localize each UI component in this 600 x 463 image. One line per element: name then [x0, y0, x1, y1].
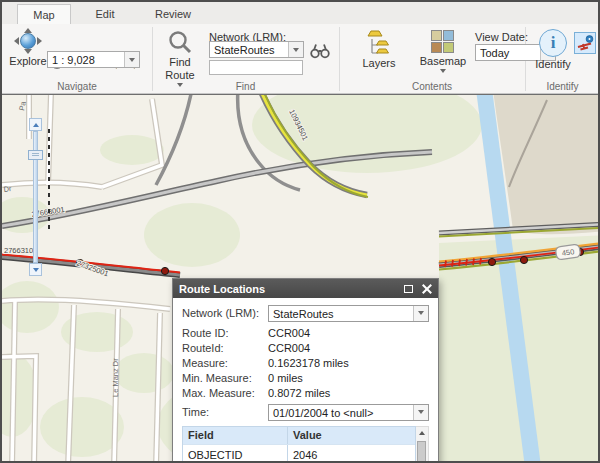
- network-lrm-dropdown-arrow[interactable]: [288, 42, 303, 57]
- min-measure-label: Min. Measure:: [182, 372, 268, 384]
- cell-value: 2046: [288, 445, 415, 461]
- slider-handle[interactable]: [28, 150, 43, 160]
- routeid-label: RouteId:: [182, 342, 268, 354]
- explore-label: Explore: [9, 56, 46, 67]
- slider-zoom-out-button[interactable]: [29, 263, 42, 276]
- map-scale-combo[interactable]: 1 : 9,028: [47, 51, 140, 68]
- find-group-label: Find: [152, 81, 339, 92]
- basemap-label: Basemap: [420, 56, 466, 67]
- table-row[interactable]: OBJECTID 2046: [183, 444, 415, 461]
- time-label: Time:: [182, 406, 268, 418]
- identify-route-locations-tool[interactable]: [574, 32, 596, 54]
- max-measure-value: 0.8072 miles: [268, 387, 330, 399]
- measure-value: 0.1623178 miles: [268, 357, 349, 369]
- dialog-time-value: 01/01/2004 to <null>: [269, 405, 413, 420]
- find-route-label-2: Route: [165, 70, 194, 81]
- routeid-value: CCR004: [268, 342, 310, 354]
- close-icon[interactable]: [422, 284, 432, 294]
- routeid-row: RouteId: CCR004: [182, 340, 429, 355]
- scrollbar-up-arrow[interactable]: [416, 427, 427, 439]
- measure-row: Measure: 0.1623178 miles: [182, 355, 429, 370]
- measure-label: Measure:: [182, 357, 268, 369]
- max-measure-row: Max. Measure: 0.8072 miles: [182, 385, 429, 400]
- route-shield: 450: [555, 244, 581, 260]
- contents-group-label: Contents: [339, 81, 525, 92]
- find-route-button[interactable]: Find Route: [159, 29, 201, 87]
- min-measure-value: 0 miles: [268, 372, 303, 384]
- identify-group-label: Identify: [525, 81, 600, 92]
- identify-button[interactable]: i Identify: [531, 29, 575, 70]
- tab-edit[interactable]: Edit: [80, 4, 130, 24]
- map-viewport[interactable]: 450 27663001 27663101 27325001 10934501 …: [2, 94, 600, 461]
- identify-route-icon: [577, 35, 594, 52]
- binoculars-icon: [310, 42, 330, 59]
- dialog-network-dropdown-arrow[interactable]: [413, 306, 428, 321]
- scrollbar-thumb[interactable]: [417, 441, 426, 461]
- network-row-label: Network (LRM):: [182, 307, 268, 319]
- basemap-button[interactable]: Basemap: [418, 30, 468, 73]
- dialog-network-value: StateRoutes: [269, 306, 413, 321]
- identify-i-icon: i: [539, 29, 567, 57]
- slider-zoom-in-button[interactable]: [29, 118, 42, 131]
- network-lrm-combo[interactable]: StateRoutes: [209, 41, 304, 58]
- dialog-time-dropdown-arrow[interactable]: [413, 405, 428, 420]
- svg-text:Le Manz Dr: Le Manz Dr: [111, 358, 120, 397]
- magnifier-icon: [167, 29, 193, 55]
- network-lrm-value: StateRoutes: [210, 42, 288, 57]
- map-zoom-slider[interactable]: [28, 118, 43, 276]
- attribute-table: Field Value OBJECTID 2046 FromDate 1/1/2…: [182, 426, 416, 461]
- ribbon: Explore: [2, 24, 598, 94]
- svg-text:450: 450: [561, 247, 575, 258]
- dialog-title: Route Locations: [179, 283, 404, 295]
- table-scrollbar[interactable]: [416, 426, 429, 461]
- layers-button[interactable]: Layers: [356, 30, 402, 69]
- explore-button[interactable]: Explore: [8, 28, 48, 67]
- basemap-dropdown-caret: [440, 69, 446, 73]
- view-date-label: View Date:: [475, 31, 528, 43]
- search-routes-button[interactable]: [310, 42, 330, 63]
- explore-compass-icon: [14, 28, 42, 54]
- route-value-input[interactable]: [209, 60, 303, 75]
- tab-map[interactable]: Map: [17, 4, 71, 24]
- dialog-network-combo[interactable]: StateRoutes: [268, 305, 429, 322]
- maximize-icon[interactable]: [404, 285, 413, 293]
- layers-label: Layers: [362, 58, 395, 69]
- app-window: Map Edit Review Explore: [0, 0, 600, 463]
- attribute-table-zone: Field Value OBJECTID 2046 FromDate 1/1/2…: [182, 426, 429, 461]
- dialog-time-combo[interactable]: 01/01/2004 to <null>: [268, 404, 429, 421]
- field-column-header: Field: [183, 427, 288, 444]
- network-row: Network (LRM): StateRoutes: [182, 304, 429, 322]
- ribbon-tabstrip: Map Edit Review: [2, 2, 598, 24]
- svg-text:27325001: 27325001: [75, 258, 109, 278]
- identify-label: Identify: [535, 59, 570, 70]
- min-measure-row: Min. Measure: 0 miles: [182, 370, 429, 385]
- map-scale-value: 1 : 9,028: [48, 52, 124, 67]
- max-measure-label: Max. Measure:: [182, 387, 268, 399]
- route-id-label: Route ID:: [182, 327, 268, 339]
- route-id-row: Route ID: CCR004: [182, 325, 429, 340]
- basemap-tiles-icon: [431, 30, 455, 54]
- navigate-group-label: Navigate: [2, 81, 152, 92]
- layers-tree-icon: [366, 30, 392, 56]
- find-route-label-1: Find: [169, 57, 190, 68]
- value-column-header: Value: [288, 427, 415, 444]
- tab-review[interactable]: Review: [142, 4, 204, 24]
- dialog-body: Network (LRM): StateRoutes Route ID: CCR…: [173, 298, 438, 461]
- route-locations-dialog: Route Locations Network (LRM): StateRout…: [172, 278, 439, 461]
- map-scale-dropdown-arrow[interactable]: [124, 52, 139, 67]
- cell-field: OBJECTID: [183, 445, 288, 461]
- time-row: Time: 01/01/2004 to <null>: [182, 403, 429, 421]
- route-id-value: CCR004: [268, 327, 310, 339]
- dialog-titlebar[interactable]: Route Locations: [173, 279, 438, 298]
- dashed-route-ticks: [48, 129, 50, 233]
- table-header-row: Field Value: [183, 427, 415, 444]
